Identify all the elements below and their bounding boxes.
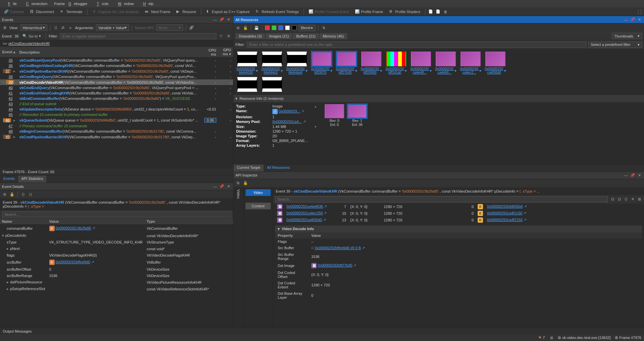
close-icon[interactable]: ✕	[637, 17, 642, 22]
disconnect-button[interactable]: ⛓Disconnect	[28, 9, 56, 15]
api-context-button[interactable]: Context	[246, 203, 271, 209]
tab-drawables[interactable]: Drawables (3)	[235, 33, 265, 39]
menu-connection[interactable]: Connection	[21, 1, 50, 6]
predefined-combo[interactable]: Select a predefined filter▾	[588, 42, 642, 48]
resource-thumb[interactable]: 0x00000292bfe644c0▸	[261, 52, 283, 74]
event-row[interactable]: 40vkCmdEndQuery(VkCommandBuffer commandB…	[0, 85, 233, 90]
link-icon[interactable]: 🔗	[189, 25, 194, 30]
col-gpu[interactable]: GPU ms ▾	[218, 47, 233, 58]
green-channel[interactable]	[272, 25, 276, 30]
slot-row[interactable]: 🖼0x00000292ca4a4830 ↗7{X: 0, Y: 0}1280 ×…	[275, 203, 642, 210]
tab-api-stats[interactable]: API Statistics	[18, 176, 47, 183]
col-type[interactable]: Type	[145, 218, 233, 225]
arrows-icon[interactable]: ⇄	[60, 25, 66, 30]
black-channel[interactable]	[292, 25, 297, 30]
copy-icon[interactable]: ⧉	[2, 192, 7, 197]
pin-icon[interactable]: 📌	[219, 184, 224, 189]
event-row[interactable]: 38vkCmdBeginQuery(VkCommandBuffer comman…	[0, 74, 233, 79]
event-row[interactable]: 36vkCmdBeginVideoCodingKHR(VkCommandBuff…	[0, 63, 233, 68]
copy-icon[interactable]: ⧉	[235, 181, 241, 186]
nav-right-icon[interactable]: ⊡	[616, 197, 622, 202]
api-search[interactable]	[275, 196, 608, 202]
detail-row[interactable]: flagsVkVideoDecodeFlagsKHR(0)VkVideoDeco…	[0, 252, 233, 259]
arguments-combo[interactable]: Variable + Value▾	[96, 24, 129, 31]
detail-row[interactable]: srcBufferRange1536VkDeviceSize	[0, 273, 233, 279]
close-icon[interactable]: ✕	[226, 17, 231, 22]
api-collapse-icon[interactable]: ✕	[630, 197, 635, 202]
event-row[interactable]: 47// Primary command buffer 15 commands	[0, 123, 233, 129]
detail-row[interactable]: ▸dstPictureResourceVkVideoPictureResourc…	[0, 279, 233, 286]
profile-shaders-button[interactable]: ⚙Profile Shaders	[387, 9, 422, 15]
slot-row[interactable]: 🖼0x00000292ca4ec250 ↗10{X: 0, Y: 0}1280 …	[275, 210, 642, 217]
detail-row[interactable]: sTypeVK_STRUCTURE_TYPE_VIDEO_DECODE_INFO…	[0, 239, 233, 246]
goto-button[interactable]: 🔍Go to▾	[20, 33, 43, 39]
next-frame-button[interactable]: ⏭Next Frame	[143, 9, 172, 15]
breadcrumb-link[interactable]: vkCmdDecodeVideoKHR	[8, 42, 50, 46]
resource-thumb[interactable]: 0x00000292bfe64030▸	[236, 52, 258, 74]
tab-current-target[interactable]: Current Target	[233, 164, 264, 172]
event-row[interactable]: ➔39vkCmdDecodeVideoKHR(VkCommandBuffer c…	[0, 79, 233, 85]
col-description[interactable]: Description	[17, 47, 201, 58]
pin-icon[interactable]: 📌	[219, 17, 224, 22]
doc-icon-1[interactable]: 📄	[428, 9, 433, 14]
col-name[interactable]: Name	[0, 218, 47, 225]
api-expand-icon[interactable]: ⟨⟩	[623, 197, 629, 202]
tab-images[interactable]: Images (21)	[266, 33, 292, 39]
res-filter-input[interactable]	[247, 42, 587, 48]
filter-opts-icon[interactable]: ▽	[218, 33, 224, 39]
api-more-icon[interactable]: ⊞	[637, 197, 642, 202]
menu-help[interactable]: Help	[138, 1, 156, 6]
event-row[interactable]: 35vkCmdResetQueryPool(VkCommandBuffer co…	[0, 58, 233, 63]
red-channel[interactable]	[265, 25, 270, 30]
detail-row[interactable]: srcBufferC 0x00000292bffed9d0 ↗VkBuffer	[0, 259, 233, 266]
resource-thumb[interactable]: 0x00000292ca4f30d0▸	[484, 52, 506, 74]
menu-file[interactable]: File	[3, 1, 19, 6]
expand-icon[interactable]: ⟨⟩	[20, 192, 26, 197]
grid-icon[interactable]: ⊞	[2, 25, 7, 30]
export-cpp-button[interactable]: ⬇Export as C++ Capture	[204, 9, 252, 15]
detail-row[interactable]: ▾pDecodeInfoconst VkVideoDecodeInfoKHR*	[0, 232, 233, 239]
collapse-icon[interactable]: ⟩⟨	[28, 192, 33, 197]
resource-thumb[interactable]: 0x00000292bff28950▸	[360, 52, 382, 74]
flag-count[interactable]: ⚑ 7	[538, 336, 545, 340]
detail-row[interactable]: ▸pNextconst void*	[0, 246, 233, 252]
event-row[interactable]: 48vkBeginCommandBuffer(VkCommandBuffer c…	[0, 129, 233, 134]
event-row[interactable]: 46 ▸vkQueueSubmit(VkQueue queue = '0x000…	[0, 117, 233, 123]
col-value[interactable]: Value	[47, 218, 145, 225]
detail-row[interactable]: ▸pSetupReferenceSlotconst VkVideoReferen…	[0, 286, 233, 292]
view-combo[interactable]: Hierarchical▾	[20, 24, 47, 31]
copy-icon[interactable]: ⧉	[235, 25, 241, 30]
resource-thumb[interactable]: 0x00000292bff2d1a0▸	[385, 52, 407, 74]
minimize-icon[interactable]: —	[623, 173, 629, 178]
api-video-button[interactable]: Video	[246, 189, 271, 196]
event-row[interactable]: 42vkEndCommandBuffer(VkCommandBuffer com…	[0, 96, 233, 101]
resource-thumb[interactable]: 0x00000292ca4e48...▸	[410, 52, 432, 74]
resource-thumb[interactable]: 0x00000292bfe64de0▸	[286, 52, 308, 74]
resource-thumb[interactable]: 0x00000292ca4ec2...▸	[460, 52, 482, 74]
pin-icon[interactable]: 📌	[630, 17, 635, 22]
tab-events[interactable]: Events	[0, 176, 18, 183]
menu-frame-debugger[interactable]: Frame Debugger	[51, 1, 90, 6]
pin-icon[interactable]: 📌	[630, 173, 635, 178]
viewmode-combo[interactable]: Thumbnails▾	[612, 33, 642, 39]
details-search[interactable]	[2, 211, 231, 217]
expand-icon[interactable]: ⛶	[637, 9, 642, 14]
resource-thumb[interactable]: 0x00000292bff26f70▸	[311, 52, 333, 74]
save-icon[interactable]: 💾	[254, 25, 259, 30]
menu-tools[interactable]: Tools	[92, 1, 111, 6]
minimize-icon[interactable]: —	[623, 17, 629, 22]
tab-memory[interactable]: Memory (45)	[319, 33, 347, 39]
revision-thumb[interactable]: Rev: 1Evt: 39	[347, 104, 367, 147]
event-row[interactable]: 41vkCmdEndVideoCodingKHR(VkCommandBuffer…	[0, 90, 233, 96]
col-value[interactable]: Value	[309, 232, 642, 238]
col-event[interactable]: Event ▴	[0, 47, 17, 58]
terminate-button[interactable]: ✕Terminate	[58, 9, 84, 15]
filter-clear-icon[interactable]: ⊘	[226, 33, 231, 39]
minimize-icon[interactable]: —	[212, 17, 218, 22]
alpha-channel[interactable]	[285, 25, 290, 30]
clear-icon[interactable]: 🗑	[443, 9, 448, 14]
close-icon[interactable]: ✕	[226, 184, 231, 189]
detail-row[interactable]: commandBufferC 0x00000292c9b2fa80 ↗VkCom…	[0, 225, 233, 232]
event-row[interactable]: 43// End of queue submit	[0, 101, 233, 107]
revision-thumb[interactable]: Rev: 0Evt: 0	[325, 104, 344, 147]
